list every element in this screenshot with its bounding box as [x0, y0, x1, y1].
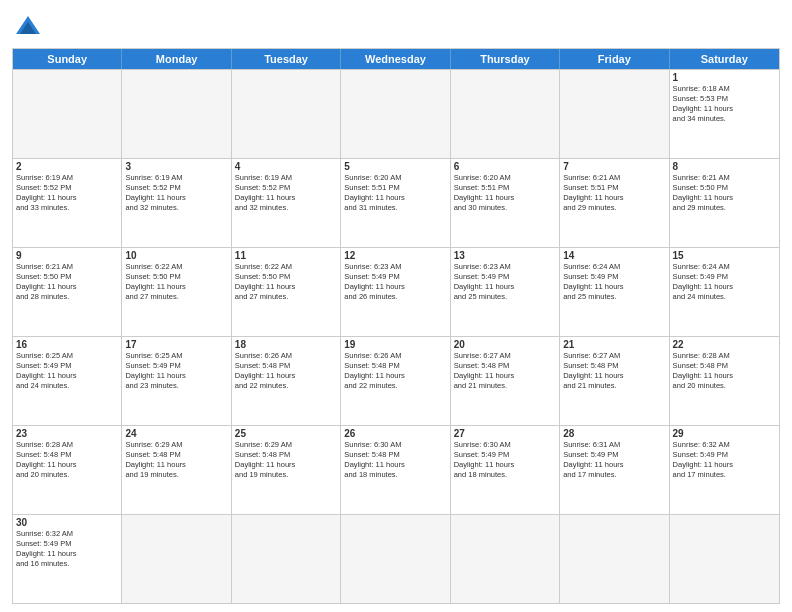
day-number: 1: [673, 72, 776, 83]
day-cell: 23Sunrise: 6:28 AM Sunset: 5:48 PM Dayli…: [13, 426, 122, 514]
day-number: 22: [673, 339, 776, 350]
day-cell: [232, 515, 341, 603]
day-cell: 13Sunrise: 6:23 AM Sunset: 5:49 PM Dayli…: [451, 248, 560, 336]
day-cell: [232, 70, 341, 158]
week-row-4: 16Sunrise: 6:25 AM Sunset: 5:49 PM Dayli…: [13, 336, 779, 425]
day-cell: [122, 70, 231, 158]
day-info: Sunrise: 6:27 AM Sunset: 5:48 PM Dayligh…: [563, 351, 665, 392]
day-cell: 2Sunrise: 6:19 AM Sunset: 5:52 PM Daylig…: [13, 159, 122, 247]
day-info: Sunrise: 6:29 AM Sunset: 5:48 PM Dayligh…: [235, 440, 337, 481]
week-row-1: 1Sunrise: 6:18 AM Sunset: 5:53 PM Daylig…: [13, 69, 779, 158]
week-row-6: 30Sunrise: 6:32 AM Sunset: 5:49 PM Dayli…: [13, 514, 779, 603]
day-info: Sunrise: 6:28 AM Sunset: 5:48 PM Dayligh…: [16, 440, 118, 481]
day-info: Sunrise: 6:22 AM Sunset: 5:50 PM Dayligh…: [235, 262, 337, 303]
day-cell: 25Sunrise: 6:29 AM Sunset: 5:48 PM Dayli…: [232, 426, 341, 514]
day-cell: 12Sunrise: 6:23 AM Sunset: 5:49 PM Dayli…: [341, 248, 450, 336]
day-number: 4: [235, 161, 337, 172]
day-info: Sunrise: 6:32 AM Sunset: 5:49 PM Dayligh…: [673, 440, 776, 481]
calendar-body: 1Sunrise: 6:18 AM Sunset: 5:53 PM Daylig…: [13, 69, 779, 603]
day-info: Sunrise: 6:20 AM Sunset: 5:51 PM Dayligh…: [454, 173, 556, 214]
day-cell: [451, 515, 560, 603]
day-info: Sunrise: 6:30 AM Sunset: 5:48 PM Dayligh…: [344, 440, 446, 481]
day-cell: 22Sunrise: 6:28 AM Sunset: 5:48 PM Dayli…: [670, 337, 779, 425]
day-number: 30: [16, 517, 118, 528]
header: [12, 10, 780, 42]
day-number: 12: [344, 250, 446, 261]
day-cell: [122, 515, 231, 603]
day-cell: 7Sunrise: 6:21 AM Sunset: 5:51 PM Daylig…: [560, 159, 669, 247]
day-header-sunday: Sunday: [13, 49, 122, 69]
day-header-monday: Monday: [122, 49, 231, 69]
day-info: Sunrise: 6:21 AM Sunset: 5:50 PM Dayligh…: [16, 262, 118, 303]
week-row-2: 2Sunrise: 6:19 AM Sunset: 5:52 PM Daylig…: [13, 158, 779, 247]
day-info: Sunrise: 6:27 AM Sunset: 5:48 PM Dayligh…: [454, 351, 556, 392]
day-info: Sunrise: 6:19 AM Sunset: 5:52 PM Dayligh…: [16, 173, 118, 214]
day-number: 26: [344, 428, 446, 439]
day-number: 28: [563, 428, 665, 439]
day-number: 9: [16, 250, 118, 261]
day-cell: 16Sunrise: 6:25 AM Sunset: 5:49 PM Dayli…: [13, 337, 122, 425]
day-cell: [13, 70, 122, 158]
day-header-tuesday: Tuesday: [232, 49, 341, 69]
day-header-saturday: Saturday: [670, 49, 779, 69]
day-number: 17: [125, 339, 227, 350]
day-cell: 29Sunrise: 6:32 AM Sunset: 5:49 PM Dayli…: [670, 426, 779, 514]
day-cell: 11Sunrise: 6:22 AM Sunset: 5:50 PM Dayli…: [232, 248, 341, 336]
day-info: Sunrise: 6:22 AM Sunset: 5:50 PM Dayligh…: [125, 262, 227, 303]
day-info: Sunrise: 6:19 AM Sunset: 5:52 PM Dayligh…: [125, 173, 227, 214]
day-cell: [451, 70, 560, 158]
day-cell: 6Sunrise: 6:20 AM Sunset: 5:51 PM Daylig…: [451, 159, 560, 247]
day-cell: 8Sunrise: 6:21 AM Sunset: 5:50 PM Daylig…: [670, 159, 779, 247]
day-cell: 15Sunrise: 6:24 AM Sunset: 5:49 PM Dayli…: [670, 248, 779, 336]
day-header-wednesday: Wednesday: [341, 49, 450, 69]
day-number: 2: [16, 161, 118, 172]
day-info: Sunrise: 6:31 AM Sunset: 5:49 PM Dayligh…: [563, 440, 665, 481]
day-cell: [670, 515, 779, 603]
day-number: 23: [16, 428, 118, 439]
day-number: 25: [235, 428, 337, 439]
day-cell: 30Sunrise: 6:32 AM Sunset: 5:49 PM Dayli…: [13, 515, 122, 603]
day-cell: 1Sunrise: 6:18 AM Sunset: 5:53 PM Daylig…: [670, 70, 779, 158]
day-cell: 19Sunrise: 6:26 AM Sunset: 5:48 PM Dayli…: [341, 337, 450, 425]
day-header-friday: Friday: [560, 49, 669, 69]
day-cell: [341, 70, 450, 158]
day-number: 29: [673, 428, 776, 439]
day-number: 27: [454, 428, 556, 439]
day-info: Sunrise: 6:25 AM Sunset: 5:49 PM Dayligh…: [16, 351, 118, 392]
day-number: 7: [563, 161, 665, 172]
day-cell: 20Sunrise: 6:27 AM Sunset: 5:48 PM Dayli…: [451, 337, 560, 425]
day-cell: 14Sunrise: 6:24 AM Sunset: 5:49 PM Dayli…: [560, 248, 669, 336]
day-info: Sunrise: 6:32 AM Sunset: 5:49 PM Dayligh…: [16, 529, 118, 570]
day-number: 15: [673, 250, 776, 261]
day-cell: 9Sunrise: 6:21 AM Sunset: 5:50 PM Daylig…: [13, 248, 122, 336]
day-number: 10: [125, 250, 227, 261]
day-cell: 21Sunrise: 6:27 AM Sunset: 5:48 PM Dayli…: [560, 337, 669, 425]
day-cell: 3Sunrise: 6:19 AM Sunset: 5:52 PM Daylig…: [122, 159, 231, 247]
day-number: 24: [125, 428, 227, 439]
calendar-page: SundayMondayTuesdayWednesdayThursdayFrid…: [0, 0, 792, 612]
day-header-thursday: Thursday: [451, 49, 560, 69]
day-info: Sunrise: 6:26 AM Sunset: 5:48 PM Dayligh…: [235, 351, 337, 392]
logo: [12, 14, 42, 42]
day-cell: 17Sunrise: 6:25 AM Sunset: 5:49 PM Dayli…: [122, 337, 231, 425]
day-cell: 10Sunrise: 6:22 AM Sunset: 5:50 PM Dayli…: [122, 248, 231, 336]
day-info: Sunrise: 6:19 AM Sunset: 5:52 PM Dayligh…: [235, 173, 337, 214]
day-number: 5: [344, 161, 446, 172]
week-row-3: 9Sunrise: 6:21 AM Sunset: 5:50 PM Daylig…: [13, 247, 779, 336]
day-cell: [341, 515, 450, 603]
day-number: 20: [454, 339, 556, 350]
day-info: Sunrise: 6:25 AM Sunset: 5:49 PM Dayligh…: [125, 351, 227, 392]
day-cell: 24Sunrise: 6:29 AM Sunset: 5:48 PM Dayli…: [122, 426, 231, 514]
day-cell: 18Sunrise: 6:26 AM Sunset: 5:48 PM Dayli…: [232, 337, 341, 425]
day-number: 14: [563, 250, 665, 261]
day-cell: [560, 515, 669, 603]
day-number: 21: [563, 339, 665, 350]
day-info: Sunrise: 6:24 AM Sunset: 5:49 PM Dayligh…: [673, 262, 776, 303]
day-info: Sunrise: 6:18 AM Sunset: 5:53 PM Dayligh…: [673, 84, 776, 125]
day-cell: 4Sunrise: 6:19 AM Sunset: 5:52 PM Daylig…: [232, 159, 341, 247]
day-info: Sunrise: 6:20 AM Sunset: 5:51 PM Dayligh…: [344, 173, 446, 214]
day-cell: 5Sunrise: 6:20 AM Sunset: 5:51 PM Daylig…: [341, 159, 450, 247]
day-number: 19: [344, 339, 446, 350]
day-cell: [560, 70, 669, 158]
day-number: 8: [673, 161, 776, 172]
